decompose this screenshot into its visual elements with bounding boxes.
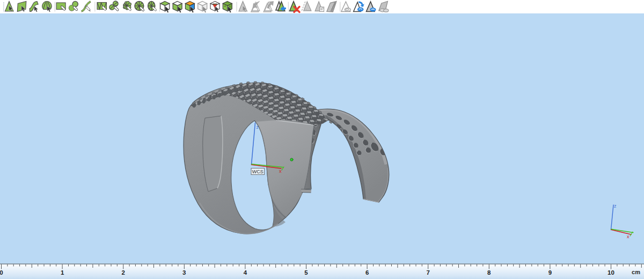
svg-text:5: 5: [304, 269, 308, 276]
svg-text:4: 4: [244, 269, 247, 276]
svg-text:x: x: [627, 234, 630, 239]
svg-text:7: 7: [426, 269, 429, 276]
svg-text:z: z: [257, 124, 259, 130]
svg-text:3: 3: [182, 269, 186, 276]
svg-text:cm: cm: [632, 269, 640, 275]
svg-text:WCS: WCS: [252, 169, 264, 174]
svg-text:10: 10: [608, 269, 614, 276]
svg-text:z: z: [614, 203, 617, 209]
svg-text:9: 9: [548, 269, 552, 276]
svg-text:x: x: [279, 168, 282, 174]
svg-text:1: 1: [61, 269, 64, 276]
svg-text:6: 6: [365, 269, 369, 276]
svg-text:0: 0: [0, 269, 3, 276]
svg-text:8: 8: [487, 269, 491, 276]
svg-text:2: 2: [121, 269, 125, 276]
